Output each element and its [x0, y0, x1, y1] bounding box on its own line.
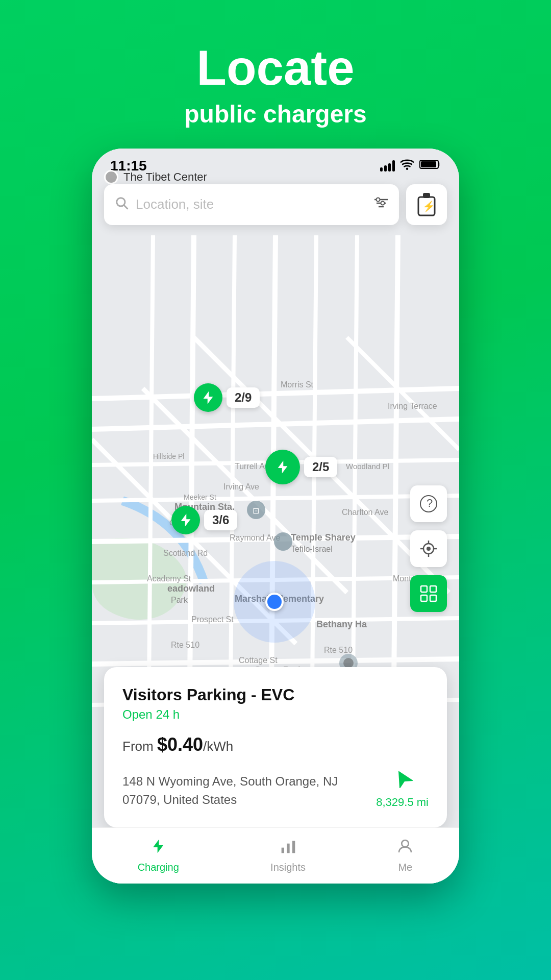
- header: Locate public chargers: [184, 0, 366, 149]
- marker-1-label: 2/9: [227, 387, 260, 408]
- charger-marker-3[interactable]: 3/6: [171, 506, 237, 534]
- me-icon: [397, 838, 413, 859]
- charge-station-button[interactable]: ⚡: [406, 184, 447, 225]
- svg-text:Hillside Pl: Hillside Pl: [153, 452, 184, 460]
- svg-text:Rte 510: Rte 510: [324, 646, 353, 654]
- svg-rect-90: [292, 841, 295, 853]
- insights-label: Insights: [270, 862, 306, 873]
- svg-rect-84: [421, 595, 427, 601]
- bottom-nav: Charging Insights Me: [92, 827, 459, 884]
- svg-point-61: [406, 168, 408, 170]
- svg-point-69: [377, 198, 380, 201]
- svg-text:Charlton Ave: Charlton Ave: [342, 508, 388, 517]
- svg-text:Morris St: Morris St: [281, 380, 314, 389]
- insights-icon: [280, 838, 296, 859]
- svg-text:Scotland Rd: Scotland Rd: [163, 549, 208, 557]
- svg-text:Park: Park: [171, 596, 188, 604]
- station-price-row: From $0.40/kWh: [122, 734, 429, 755]
- nav-item-charging[interactable]: Charging: [138, 838, 179, 873]
- svg-rect-63: [421, 161, 436, 167]
- station-distance-block[interactable]: 8,329.5 mi: [376, 768, 429, 809]
- station-address: 148 N Wyoming Ave, South Orange, NJ 0707…: [122, 772, 367, 809]
- svg-rect-89: [287, 843, 289, 853]
- wifi-icon: [400, 159, 414, 173]
- marker-2-label: 2/5: [304, 457, 337, 477]
- svg-text:Irving Terrace: Irving Terrace: [388, 402, 437, 410]
- svg-text:?: ?: [427, 497, 433, 509]
- svg-text:Woodland Pl: Woodland Pl: [346, 462, 389, 471]
- nav-arrow-icon: [392, 768, 413, 793]
- battery-icon: [419, 159, 441, 173]
- svg-text:eadowland: eadowland: [167, 583, 215, 594]
- svg-text:Irving Ave: Irving Ave: [223, 482, 259, 491]
- svg-text:Cottage St: Cottage St: [239, 656, 278, 665]
- signal-icon: [380, 160, 395, 172]
- charging-label: Charging: [138, 862, 179, 873]
- locate-button[interactable]: [410, 530, 447, 567]
- marker-3-label: 3/6: [204, 510, 237, 530]
- search-bar-wrapper: Location, site ⚡: [104, 184, 447, 225]
- nav-item-me[interactable]: Me: [397, 838, 413, 873]
- header-subtitle: public chargers: [184, 100, 366, 128]
- station-name: Visitors Parking - EVC: [122, 685, 429, 704]
- nav-item-insights[interactable]: Insights: [270, 838, 306, 873]
- status-icons: [380, 159, 441, 173]
- charger-marker-1[interactable]: 2/9: [194, 383, 260, 412]
- svg-text:Bethany Ha: Bethany Ha: [316, 619, 367, 629]
- svg-point-53: [343, 658, 354, 668]
- svg-text:Temple Sharey: Temple Sharey: [291, 532, 356, 543]
- location-dot: [265, 593, 284, 611]
- phone-frame: Morris St Irving Terrace Turrell Ave Cha…: [92, 149, 459, 884]
- pin-label: The Tibet Center: [123, 170, 207, 184]
- svg-marker-86: [392, 768, 413, 788]
- svg-marker-59: [278, 460, 288, 473]
- search-bar[interactable]: Location, site: [104, 184, 399, 225]
- svg-text:⊡: ⊡: [253, 506, 259, 515]
- price-value: $0.40: [157, 734, 203, 755]
- charger-marker-2[interactable]: 2/5: [265, 450, 337, 484]
- location-pin-row: The Tibet Center: [104, 170, 207, 184]
- svg-line-65: [124, 205, 127, 208]
- help-button[interactable]: ?: [410, 485, 447, 522]
- svg-text:⚡: ⚡: [422, 200, 435, 212]
- svg-marker-58: [204, 391, 213, 404]
- price-label: From: [122, 739, 157, 754]
- svg-text:Meeker St: Meeker St: [184, 493, 216, 501]
- svg-text:Tefilo-Israel: Tefilo-Israel: [291, 545, 333, 553]
- search-placeholder[interactable]: Location, site: [136, 197, 373, 212]
- scan-button[interactable]: [410, 575, 447, 612]
- svg-text:Academy St: Academy St: [147, 574, 191, 583]
- svg-point-77: [427, 547, 431, 551]
- svg-point-91: [402, 840, 409, 847]
- station-status: Open 24 h: [122, 707, 429, 722]
- svg-rect-85: [430, 595, 436, 601]
- svg-marker-60: [181, 513, 191, 526]
- search-icon: [114, 195, 129, 213]
- svg-text:Rte 510: Rte 510: [171, 641, 199, 649]
- station-distance: 8,329.5 mi: [376, 796, 429, 809]
- price-unit: /kWh: [203, 739, 233, 754]
- svg-point-51: [274, 532, 292, 551]
- charging-icon: [150, 838, 166, 859]
- svg-text:Raymond Ave: Raymond Ave: [230, 533, 280, 542]
- svg-rect-83: [430, 586, 436, 592]
- header-title: Locate: [184, 41, 366, 95]
- svg-marker-87: [153, 839, 163, 853]
- map-controls: ?: [410, 485, 447, 612]
- station-card[interactable]: Visitors Parking - EVC Open 24 h From $0…: [104, 667, 447, 827]
- pin-dot: [104, 170, 118, 184]
- svg-rect-82: [421, 586, 427, 592]
- filter-icon[interactable]: [373, 197, 389, 212]
- svg-rect-88: [281, 847, 284, 853]
- station-address-row: 148 N Wyoming Ave, South Orange, NJ 0707…: [122, 768, 429, 809]
- svg-point-70: [381, 201, 385, 205]
- me-label: Me: [398, 862, 412, 873]
- svg-rect-72: [423, 193, 430, 198]
- svg-text:Prospect St: Prospect St: [191, 615, 234, 624]
